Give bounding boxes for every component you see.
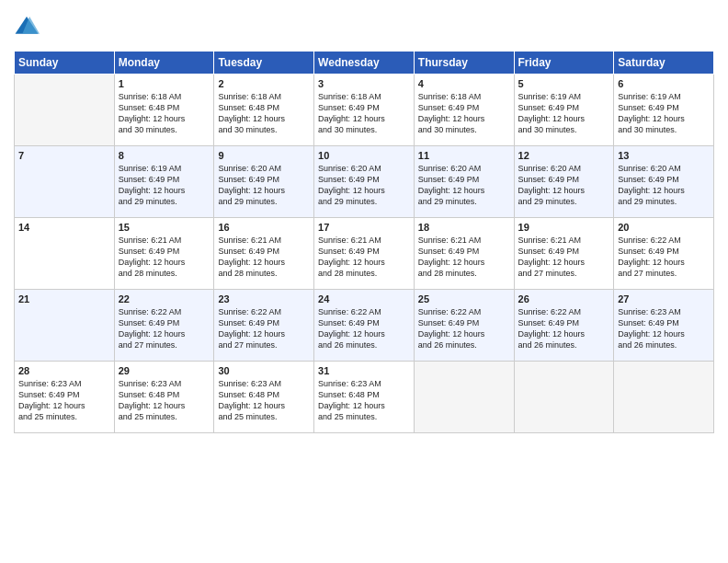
day-number: 24: [318, 293, 410, 304]
day-number: 25: [418, 293, 510, 304]
day-cell: 21: [15, 290, 115, 362]
day-number: 9: [218, 150, 310, 161]
day-cell: 28Sunrise: 6:23 AM Sunset: 6:49 PM Dayli…: [15, 362, 115, 433]
day-number: 30: [218, 365, 310, 376]
day-info: Sunrise: 6:18 AM Sunset: 6:48 PM Dayligh…: [218, 91, 310, 136]
day-info: Sunrise: 6:20 AM Sunset: 6:49 PM Dayligh…: [618, 163, 710, 208]
week-row-2: 1415Sunrise: 6:21 AM Sunset: 6:49 PM Day…: [15, 218, 714, 290]
day-cell: 9Sunrise: 6:20 AM Sunset: 6:49 PM Daylig…: [214, 146, 314, 218]
day-info: Sunrise: 6:19 AM Sunset: 6:49 PM Dayligh…: [618, 91, 710, 136]
day-number: 17: [318, 222, 410, 233]
logo: [14, 14, 43, 40]
day-number: 10: [318, 150, 410, 161]
day-cell: 4Sunrise: 6:18 AM Sunset: 6:49 PM Daylig…: [414, 75, 514, 146]
day-info: Sunrise: 6:21 AM Sunset: 6:49 PM Dayligh…: [318, 235, 410, 280]
day-cell: 8Sunrise: 6:19 AM Sunset: 6:49 PM Daylig…: [114, 146, 214, 218]
day-number: 20: [618, 222, 710, 233]
header: [14, 14, 714, 40]
day-cell: 11Sunrise: 6:20 AM Sunset: 6:49 PM Dayli…: [414, 146, 514, 218]
day-number: 6: [618, 78, 710, 89]
day-number: 3: [318, 78, 410, 89]
day-cell: 2Sunrise: 6:18 AM Sunset: 6:48 PM Daylig…: [214, 75, 314, 146]
day-info: Sunrise: 6:20 AM Sunset: 6:49 PM Dayligh…: [218, 163, 310, 208]
day-cell: 30Sunrise: 6:23 AM Sunset: 6:48 PM Dayli…: [214, 362, 314, 433]
day-number: 1: [119, 78, 210, 89]
day-cell: 29Sunrise: 6:23 AM Sunset: 6:48 PM Dayli…: [114, 362, 214, 433]
day-number: 16: [218, 222, 310, 233]
day-info: Sunrise: 6:19 AM Sunset: 6:49 PM Dayligh…: [119, 163, 210, 208]
day-info: Sunrise: 6:22 AM Sunset: 6:49 PM Dayligh…: [318, 306, 410, 351]
day-info: Sunrise: 6:18 AM Sunset: 6:49 PM Dayligh…: [318, 91, 410, 136]
day-number: 2: [218, 78, 310, 89]
day-cell: 20Sunrise: 6:22 AM Sunset: 6:49 PM Dayli…: [614, 218, 714, 290]
day-info: Sunrise: 6:21 AM Sunset: 6:49 PM Dayligh…: [518, 235, 610, 280]
logo-icon: [14, 14, 40, 40]
day-info: Sunrise: 6:23 AM Sunset: 6:48 PM Dayligh…: [318, 378, 410, 423]
day-cell: 25Sunrise: 6:22 AM Sunset: 6:49 PM Dayli…: [414, 290, 514, 362]
day-info: Sunrise: 6:21 AM Sunset: 6:49 PM Dayligh…: [119, 235, 210, 280]
day-number: 4: [418, 78, 510, 89]
col-header-monday: Monday: [114, 52, 214, 75]
day-cell: 7: [15, 146, 115, 218]
day-number: 26: [518, 293, 610, 304]
day-cell: 6Sunrise: 6:19 AM Sunset: 6:49 PM Daylig…: [614, 75, 714, 146]
day-info: Sunrise: 6:20 AM Sunset: 6:49 PM Dayligh…: [318, 163, 410, 208]
day-info: Sunrise: 6:22 AM Sunset: 6:49 PM Dayligh…: [618, 235, 710, 280]
day-number: 7: [18, 150, 110, 161]
page: SundayMondayTuesdayWednesdayThursdayFrid…: [0, 0, 728, 563]
day-info: Sunrise: 6:20 AM Sunset: 6:49 PM Dayligh…: [418, 163, 510, 208]
day-info: Sunrise: 6:23 AM Sunset: 6:48 PM Dayligh…: [119, 378, 210, 423]
col-header-saturday: Saturday: [614, 52, 714, 75]
day-info: Sunrise: 6:23 AM Sunset: 6:49 PM Dayligh…: [618, 306, 710, 351]
col-header-sunday: Sunday: [15, 52, 115, 75]
day-cell: 31Sunrise: 6:23 AM Sunset: 6:48 PM Dayli…: [314, 362, 415, 433]
day-number: 28: [18, 365, 110, 376]
week-row-4: 28Sunrise: 6:23 AM Sunset: 6:49 PM Dayli…: [15, 362, 714, 433]
week-row-1: 78Sunrise: 6:19 AM Sunset: 6:49 PM Dayli…: [15, 146, 714, 218]
day-info: Sunrise: 6:22 AM Sunset: 6:49 PM Dayligh…: [518, 306, 610, 351]
day-info: Sunrise: 6:20 AM Sunset: 6:49 PM Dayligh…: [518, 163, 610, 208]
day-number: 27: [618, 293, 710, 304]
day-cell: [414, 362, 514, 433]
day-cell: 14: [15, 218, 115, 290]
day-number: 11: [418, 150, 510, 161]
day-cell: 18Sunrise: 6:21 AM Sunset: 6:49 PM Dayli…: [414, 218, 514, 290]
day-cell: 13Sunrise: 6:20 AM Sunset: 6:49 PM Dayli…: [614, 146, 714, 218]
day-cell: 16Sunrise: 6:21 AM Sunset: 6:49 PM Dayli…: [214, 218, 314, 290]
day-info: Sunrise: 6:18 AM Sunset: 6:49 PM Dayligh…: [418, 91, 510, 136]
day-info: Sunrise: 6:23 AM Sunset: 6:49 PM Dayligh…: [18, 378, 110, 423]
day-info: Sunrise: 6:22 AM Sunset: 6:49 PM Dayligh…: [119, 306, 210, 351]
day-info: Sunrise: 6:22 AM Sunset: 6:49 PM Dayligh…: [218, 306, 310, 351]
day-cell: 3Sunrise: 6:18 AM Sunset: 6:49 PM Daylig…: [314, 75, 415, 146]
day-number: 12: [518, 150, 610, 161]
day-number: 31: [318, 365, 410, 376]
day-cell: 24Sunrise: 6:22 AM Sunset: 6:49 PM Dayli…: [314, 290, 415, 362]
day-number: 14: [18, 222, 110, 233]
day-cell: [514, 362, 614, 433]
day-info: Sunrise: 6:21 AM Sunset: 6:49 PM Dayligh…: [218, 235, 310, 280]
day-cell: [614, 362, 714, 433]
day-info: Sunrise: 6:19 AM Sunset: 6:49 PM Dayligh…: [518, 91, 610, 136]
col-header-thursday: Thursday: [414, 52, 514, 75]
day-info: Sunrise: 6:21 AM Sunset: 6:49 PM Dayligh…: [418, 235, 510, 280]
day-number: 18: [418, 222, 510, 233]
day-cell: 17Sunrise: 6:21 AM Sunset: 6:49 PM Dayli…: [314, 218, 415, 290]
col-header-friday: Friday: [514, 52, 614, 75]
day-number: 5: [518, 78, 610, 89]
day-cell: 23Sunrise: 6:22 AM Sunset: 6:49 PM Dayli…: [214, 290, 314, 362]
calendar-table: SundayMondayTuesdayWednesdayThursdayFrid…: [14, 51, 714, 433]
day-number: 15: [119, 222, 210, 233]
col-header-wednesday: Wednesday: [314, 52, 415, 75]
day-info: Sunrise: 6:23 AM Sunset: 6:48 PM Dayligh…: [218, 378, 310, 423]
week-row-3: 2122Sunrise: 6:22 AM Sunset: 6:49 PM Day…: [15, 290, 714, 362]
day-cell: 10Sunrise: 6:20 AM Sunset: 6:49 PM Dayli…: [314, 146, 415, 218]
week-row-0: 1Sunrise: 6:18 AM Sunset: 6:48 PM Daylig…: [15, 75, 714, 146]
day-cell: 1Sunrise: 6:18 AM Sunset: 6:48 PM Daylig…: [114, 75, 214, 146]
day-cell: 5Sunrise: 6:19 AM Sunset: 6:49 PM Daylig…: [514, 75, 614, 146]
day-number: 13: [618, 150, 710, 161]
day-cell: 19Sunrise: 6:21 AM Sunset: 6:49 PM Dayli…: [514, 218, 614, 290]
day-number: 8: [119, 150, 210, 161]
day-number: 21: [18, 293, 110, 304]
day-cell: 27Sunrise: 6:23 AM Sunset: 6:49 PM Dayli…: [614, 290, 714, 362]
calendar-header-row: SundayMondayTuesdayWednesdayThursdayFrid…: [15, 52, 714, 75]
